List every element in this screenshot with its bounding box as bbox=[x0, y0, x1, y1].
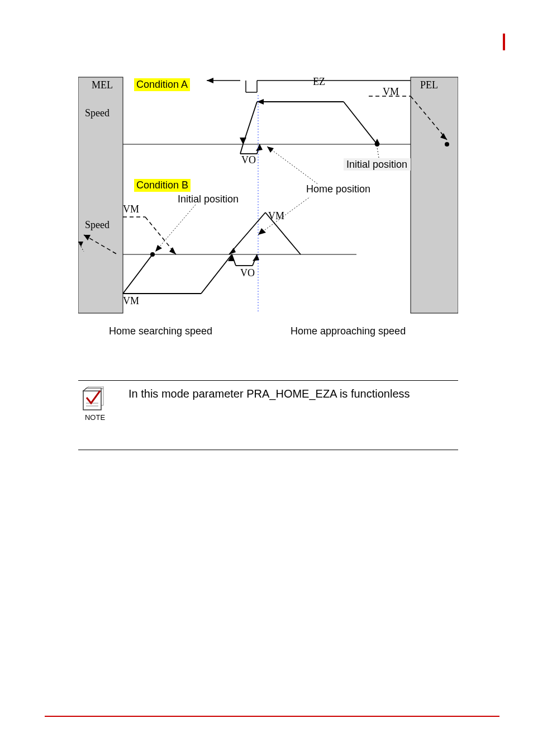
svg-line-43 bbox=[201, 254, 232, 294]
mel-label: MEL bbox=[92, 79, 113, 91]
speed-bottom-label: Speed bbox=[85, 219, 110, 230]
initial-position-right: Initial position bbox=[346, 159, 407, 170]
home-approaching-speed-label: Home approaching speed bbox=[291, 325, 406, 337]
svg-line-15 bbox=[344, 102, 377, 144]
ez-label: EZ bbox=[313, 76, 325, 87]
svg-marker-35 bbox=[155, 245, 162, 252]
svg-line-41 bbox=[123, 254, 153, 294]
svg-line-34 bbox=[155, 205, 196, 252]
vm-bl2-label: VM bbox=[123, 295, 139, 306]
svg-marker-23 bbox=[256, 144, 263, 151]
home-searching-speed-label: Home searching speed bbox=[109, 325, 212, 337]
svg-marker-32 bbox=[169, 247, 176, 254]
svg-rect-1 bbox=[411, 77, 458, 313]
svg-point-12 bbox=[445, 142, 449, 147]
svg-marker-7 bbox=[207, 78, 213, 83]
initial-position-left: Initial position bbox=[178, 193, 239, 205]
vm-tr-label: VM bbox=[383, 86, 399, 97]
vm-mid-label: VM bbox=[268, 210, 284, 221]
svg-marker-56 bbox=[83, 388, 101, 391]
note-icon-wrap: NOTE bbox=[78, 386, 112, 422]
note-checkmark-icon bbox=[81, 386, 109, 412]
svg-line-20 bbox=[240, 144, 243, 154]
svg-marker-25 bbox=[267, 147, 274, 153]
pel-label: PEL bbox=[420, 79, 438, 91]
vo-bottom-label: VO bbox=[240, 267, 255, 278]
svg-line-27 bbox=[377, 148, 379, 158]
footer-red-line bbox=[45, 716, 499, 717]
diagram-svg: MEL PEL EZ Speed VM bbox=[78, 73, 458, 336]
vo-top-label: VO bbox=[241, 154, 256, 166]
note-block: NOTE In this mode parameter PRA_HOME_EZA… bbox=[78, 380, 458, 450]
page-edge-marker bbox=[503, 34, 505, 50]
note-text: In this mode parameter PRA_HOME_EZA is f… bbox=[129, 386, 410, 400]
note-caption: NOTE bbox=[85, 413, 105, 422]
svg-marker-38 bbox=[229, 248, 236, 254]
home-position-label: Home position bbox=[306, 183, 370, 195]
svg-marker-19 bbox=[240, 138, 246, 144]
vm-bl1-label: VM bbox=[123, 204, 139, 215]
timing-diagram: MEL PEL EZ Speed VM bbox=[78, 73, 458, 336]
condition-b-label: Condition B bbox=[134, 179, 191, 192]
svg-line-24 bbox=[267, 147, 318, 185]
condition-a-label: Condition A bbox=[134, 78, 190, 91]
svg-marker-40 bbox=[258, 228, 266, 235]
speed-top-label: Speed bbox=[85, 107, 110, 119]
